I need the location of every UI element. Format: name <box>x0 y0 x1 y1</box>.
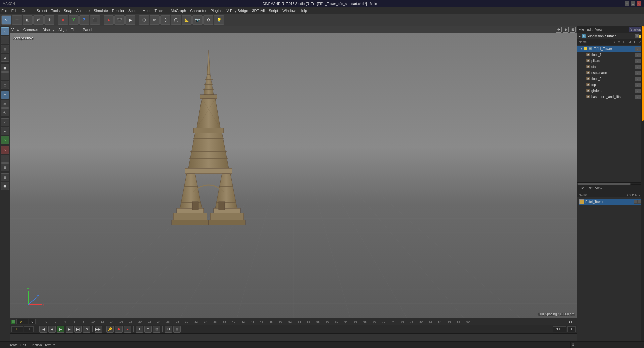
go-to-end-button-2[interactable]: ▶▶| <box>95 326 102 333</box>
point-mode-button[interactable]: ⊡ <box>1 81 9 89</box>
light-button[interactable]: 💡 <box>214 15 224 25</box>
vp-menu-display[interactable]: Display <box>42 28 54 32</box>
menu-help[interactable]: Help <box>299 9 307 13</box>
go-to-end-button[interactable]: ▶| <box>74 326 82 333</box>
menu-window[interactable]: Window <box>282 9 295 13</box>
paint-tool-button[interactable]: ⬟ <box>1 182 9 190</box>
timeline-ruler[interactable]: 0 2 4 6 8 10 12 14 16 18 20 22 24 26 28 … <box>10 318 577 325</box>
tab-function[interactable]: Function <box>29 343 42 347</box>
object-mode-button[interactable]: ✕ <box>58 15 68 25</box>
tree-item-floor1[interactable]: ▣ floor_1 ● ● <box>577 52 644 58</box>
live-selection-button[interactable]: ⊙ <box>1 91 9 99</box>
vp-menu-panel[interactable]: Panel <box>83 28 92 32</box>
settings-button[interactable]: ⚙ <box>203 15 213 25</box>
tree-item-girders[interactable]: ▣ girders ● ● <box>577 88 644 94</box>
loop-selection-button[interactable]: ◎ <box>1 108 9 116</box>
timeline-options-button[interactable]: ⊟ <box>173 326 181 333</box>
menu-motion-tracker[interactable]: Motion Tracker <box>143 9 167 13</box>
key-all-button[interactable]: 🔑 <box>106 326 114 333</box>
select-object-button[interactable]: ↖ <box>1 27 9 35</box>
obj-mgr-view[interactable]: View <box>595 28 602 31</box>
menu-snap[interactable]: Snap <box>64 9 72 13</box>
render-active-button[interactable]: ▶ <box>125 15 135 25</box>
vscroll-thumb[interactable] <box>642 26 644 121</box>
tab-texture[interactable]: Texture <box>45 343 56 347</box>
floor1-vis[interactable]: ● <box>635 53 639 57</box>
layout-button[interactable]: Startup <box>629 27 643 32</box>
render-frame-button[interactable]: 🎞 <box>165 326 172 333</box>
play-button[interactable]: ▶ <box>57 326 64 333</box>
eiffel-vis-toggle[interactable]: ● <box>635 47 639 51</box>
menu-character[interactable]: Character <box>190 9 206 13</box>
pillars-vis[interactable]: ● <box>635 59 639 63</box>
menu-vray[interactable]: V-Ray Bridge <box>227 9 248 13</box>
rotate-tool-button[interactable]: ↺ <box>33 15 44 25</box>
vp-menu-align[interactable]: Align <box>58 28 66 32</box>
obj-mgr-edit[interactable]: Edit <box>587 28 592 31</box>
knife-tool-button[interactable]: ∕ <box>1 118 9 126</box>
transform-tool-button[interactable]: ✛ <box>44 15 54 25</box>
end-frame-input[interactable] <box>553 326 566 332</box>
motion-path-button[interactable]: ✛ <box>136 326 143 333</box>
menu-create[interactable]: Create <box>22 9 33 13</box>
go-to-start-button[interactable]: |◀ <box>39 326 47 333</box>
tree-item-basement[interactable]: ▣ basement_and_lifts ● ● <box>577 94 644 100</box>
select-tool-button[interactable]: ↖ <box>1 15 11 25</box>
texture-tool-button[interactable]: ⊞ <box>1 163 9 171</box>
tree-item-top[interactable]: ▣ top ● ● <box>577 82 644 88</box>
timeline-sub-frame[interactable] <box>24 326 34 332</box>
menu-mograph[interactable]: MoGraph <box>171 9 186 13</box>
deform-button[interactable]: ◯ <box>171 15 181 25</box>
sub-vis-btn[interactable]: 👁 <box>635 34 639 38</box>
menu-plugins[interactable]: Plugins <box>210 9 222 13</box>
y-axis-button[interactable]: Y <box>69 15 79 25</box>
tab-create[interactable]: Create <box>8 343 18 347</box>
uv-tool-button[interactable]: ⊟ <box>1 173 9 181</box>
nurbs-button[interactable]: ⬡ <box>160 15 170 25</box>
model-mode-button[interactable]: ⬛ <box>90 15 100 25</box>
move-tool-button[interactable]: ✛ <box>12 15 22 25</box>
menu-simulate[interactable]: Simulate <box>94 9 108 13</box>
menu-3dtoall[interactable]: 3DToAll <box>252 9 265 13</box>
vp-fullscreen-icon[interactable]: ⊞ <box>570 27 576 33</box>
stairs-vis[interactable]: ● <box>635 65 639 69</box>
tree-item-esplanade[interactable]: ▣ esplanade ● ● <box>577 70 644 76</box>
rotate-object-button[interactable]: ↺ <box>1 54 9 62</box>
auto-key-button[interactable]: ● <box>124 326 131 333</box>
camera-button[interactable]: 📷 <box>192 15 203 25</box>
scene-button[interactable]: 📐 <box>182 15 192 25</box>
z-axis-button[interactable]: Z <box>79 15 89 25</box>
esplanade-vis[interactable]: ● <box>635 71 639 75</box>
mat-vis-btn[interactable] <box>634 200 638 204</box>
frame-rate-input[interactable] <box>567 326 576 332</box>
smooth-tool-button[interactable]: S <box>1 146 9 154</box>
top-vis[interactable]: ● <box>635 83 639 87</box>
pen-button[interactable]: ✏ <box>150 15 160 25</box>
vp-zoom-icon[interactable]: ⊕ <box>563 27 569 33</box>
floor2-vis[interactable]: ● <box>635 77 639 81</box>
timeline-frame-display[interactable] <box>11 326 23 332</box>
close-button[interactable]: ✕ <box>637 1 641 6</box>
scale-object-button[interactable]: ⊞ <box>1 45 9 53</box>
mat-mgr-view[interactable]: View <box>595 186 602 190</box>
mat-mgr-file[interactable]: File <box>579 186 584 190</box>
menu-file[interactable]: File <box>1 9 7 13</box>
bridge-tool-button[interactable]: ⌐ <box>1 127 9 135</box>
prev-frame-button[interactable]: ◀ <box>48 326 56 333</box>
menu-script[interactable]: Script <box>269 9 278 13</box>
viewport-3d[interactable]: Perspective <box>10 33 577 318</box>
ik-button[interactable]: ⊙ <box>144 326 152 333</box>
record-button[interactable]: ● <box>104 15 114 25</box>
tree-item-eiffel-tower[interactable]: ▼ ⊞ Eiffel_Tower ● ● <box>577 46 644 52</box>
tree-item-stairs[interactable]: ▣ stairs ● ● <box>577 64 644 70</box>
record-active-button[interactable]: ⏺ <box>115 326 123 333</box>
vp-menu-filter[interactable]: Filter <box>71 28 79 32</box>
tree-item-floor2[interactable]: ▣ floor_2 ● ● <box>577 76 644 82</box>
basement-vis[interactable]: ● <box>635 95 639 99</box>
menu-animate[interactable]: Animate <box>76 9 90 13</box>
scale-tool-button[interactable]: ⊞ <box>23 15 33 25</box>
vp-move-icon[interactable]: ✛ <box>556 27 562 33</box>
edge-mode-button[interactable]: ⟋ <box>1 72 9 80</box>
tree-item-pillars[interactable]: ▣ pillars ● ● <box>577 58 644 64</box>
menu-tools[interactable]: Tools <box>51 9 60 13</box>
